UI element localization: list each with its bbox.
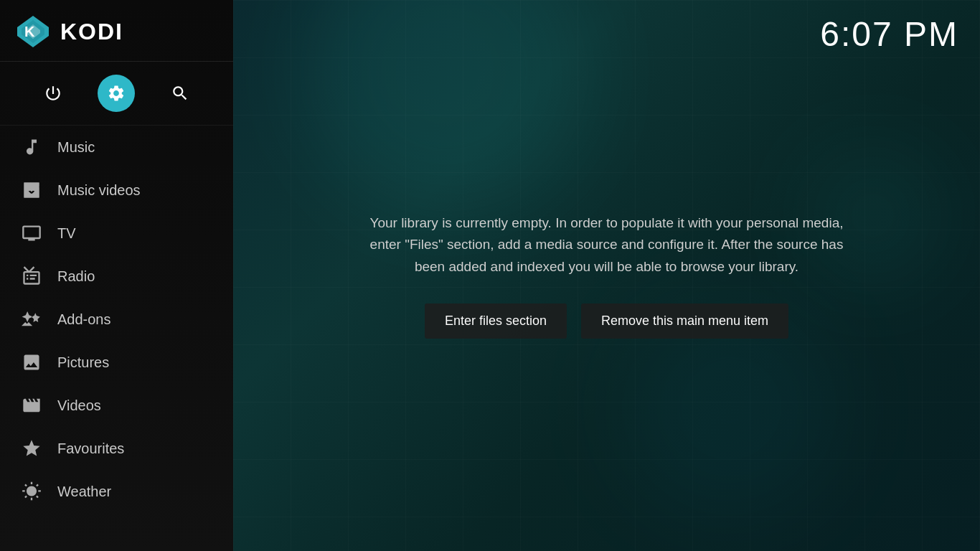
- sidebar-item-weather[interactable]: Weather: [0, 470, 233, 513]
- sidebar-header: K KODI: [0, 0, 233, 62]
- svg-text:K: K: [24, 24, 35, 39]
- music-videos-icon: [20, 179, 43, 202]
- pictures-icon: [20, 351, 43, 374]
- weather-label: Weather: [57, 484, 111, 500]
- dialog-message: Your library is currently empty. In orde…: [363, 212, 851, 278]
- videos-icon: [20, 394, 43, 417]
- music-icon: [20, 136, 43, 159]
- music-videos-label: Music videos: [57, 182, 141, 199]
- settings-button[interactable]: [98, 75, 135, 112]
- sidebar-item-radio[interactable]: Radio: [0, 255, 233, 298]
- sidebar-item-addons[interactable]: Add-ons: [0, 298, 233, 341]
- dialog-box: Your library is currently empty. In orde…: [349, 198, 865, 353]
- favourites-label: Favourites: [57, 441, 124, 457]
- search-icon: [171, 84, 189, 103]
- kodi-logo-icon: K: [14, 13, 52, 50]
- addons-icon: [20, 308, 43, 331]
- sidebar: K KODI Music: [0, 0, 233, 551]
- search-button[interactable]: [161, 75, 199, 112]
- radio-label: Radio: [57, 268, 95, 285]
- weather-icon: [20, 480, 43, 503]
- sidebar-item-music-videos[interactable]: Music videos: [0, 169, 233, 212]
- favourites-icon: [20, 437, 43, 460]
- remove-menu-item-button[interactable]: Remove this main menu item: [581, 303, 788, 339]
- radio-icon: [20, 265, 43, 288]
- power-icon: [44, 84, 62, 103]
- enter-files-button[interactable]: Enter files section: [425, 303, 567, 339]
- sidebar-item-videos[interactable]: Videos: [0, 384, 233, 427]
- sidebar-icon-buttons: [0, 62, 233, 126]
- tv-icon: [20, 222, 43, 245]
- sidebar-item-pictures[interactable]: Pictures: [0, 341, 233, 384]
- addons-label: Add-ons: [57, 311, 111, 328]
- videos-label: Videos: [57, 397, 101, 414]
- settings-icon: [107, 84, 126, 103]
- clock: 6:07 PM: [820, 14, 958, 54]
- power-button[interactable]: [34, 75, 72, 112]
- app-title: KODI: [60, 19, 123, 45]
- sidebar-item-tv[interactable]: TV: [0, 212, 233, 255]
- main-content: 6:07 PM Your library is currently empty.…: [233, 0, 980, 551]
- pictures-label: Pictures: [57, 354, 109, 371]
- tv-label: TV: [57, 225, 76, 242]
- sidebar-item-favourites[interactable]: Favourites: [0, 427, 233, 470]
- dialog-buttons: Enter files section Remove this main men…: [363, 303, 851, 339]
- music-label: Music: [57, 139, 95, 156]
- nav-list: Music Music videos TV Radio: [0, 126, 233, 551]
- sidebar-item-music[interactable]: Music: [0, 126, 233, 169]
